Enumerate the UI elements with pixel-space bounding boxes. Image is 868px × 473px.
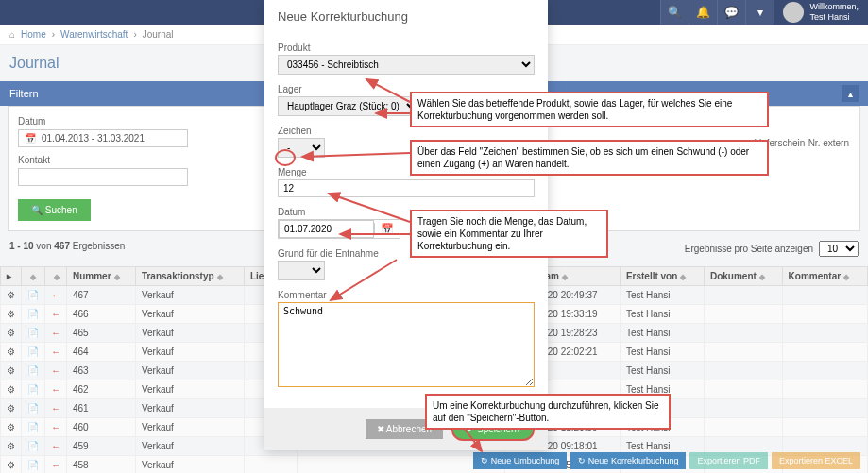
arrow-left-icon: ← [45, 305, 67, 324]
calendar-icon: 📅 [25, 133, 36, 144]
page-size-label: Ergebnisse pro Seite anzeigen [685, 244, 813, 254]
avatar [783, 2, 804, 23]
doc-icon[interactable]: 📄 [22, 362, 45, 380]
expand-icon[interactable]: ⚙ [1, 380, 22, 399]
breadcrumb-home[interactable]: Home [21, 29, 46, 40]
neue-umbuchung-button[interactable]: ↻ Neue Umbuchung [473, 452, 567, 469]
expand-icon[interactable]: ⚙ [1, 286, 22, 305]
page-size-select[interactable]: 10 [819, 241, 859, 257]
welcome-label: Willkommen, [809, 2, 859, 12]
lager-select[interactable]: Hauptlager Graz (Stück: 0) [278, 96, 419, 116]
col-dokument[interactable]: Dokument◆ [704, 267, 782, 286]
neue-korrektur-button[interactable]: ↻ Neue Korrekturbuchung [570, 452, 686, 469]
breadcrumb-l1[interactable]: Warenwirtschaft [60, 29, 128, 40]
arrow-left-icon: ← [45, 380, 67, 399]
user-menu[interactable]: Willkommen, Test Hansi [774, 2, 859, 23]
expand-icon[interactable]: ⚙ [1, 343, 22, 362]
menge-input[interactable] [278, 179, 535, 197]
export-xlsx-button[interactable]: Exportieren EXCEL [772, 452, 860, 469]
expand-icon[interactable]: ⚙ [1, 324, 22, 343]
arrow-left-icon: ← [45, 362, 67, 380]
export-pdf-button[interactable]: Exportieren PDF [689, 452, 768, 469]
doc-icon[interactable]: 📄 [22, 380, 45, 399]
date-range-input[interactable]: 📅 01.04.2013 - 31.03.2021 [18, 129, 188, 147]
produkt-label: Produkt [278, 42, 535, 53]
grund-select[interactable] [278, 261, 325, 280]
doc-icon[interactable]: 📄 [22, 456, 45, 474]
annotation-2: Über das Feld "Zeichen" bestimmen Sie, o… [410, 140, 769, 176]
arrow-left-icon: ← [45, 418, 67, 437]
expand-icon[interactable]: ⚙ [1, 399, 22, 418]
kontakt-label: Kontakt [18, 155, 188, 165]
datum-input[interactable]: 📅 [278, 219, 400, 239]
arrow-left-icon: ← [45, 343, 67, 362]
doc-icon[interactable]: 📄 [22, 418, 45, 437]
expand-icon[interactable]: ⚙ [1, 305, 22, 324]
expand-icon[interactable]: ⚙ [1, 437, 22, 456]
col-nummer[interactable]: Nummer◆ [67, 267, 136, 286]
doc-icon[interactable]: 📄 [22, 324, 45, 343]
annotation-3: Tragen Sie noch die Menge, das Datum, so… [410, 210, 608, 258]
chat-icon[interactable]: 💬 [717, 0, 745, 25]
doc-icon[interactable]: 📄 [22, 305, 45, 324]
expand-icon[interactable]: ⚙ [1, 456, 22, 474]
kommentar-textarea[interactable]: Schwund [278, 302, 535, 387]
arrow-left-icon: ← [45, 286, 67, 305]
doc-icon[interactable]: 📄 [22, 399, 45, 418]
kontakt-input[interactable] [18, 168, 188, 186]
expand-icon[interactable]: ⚙ [1, 418, 22, 437]
modal-title: Neue Korrekturbuchung [264, 0, 548, 33]
annotation-1: Wählen Sie das betreffende Produkt, sowi… [410, 92, 769, 127]
arrow-left-icon: ← [45, 324, 67, 343]
zeichen-select[interactable]: - [278, 138, 325, 158]
calendar-icon[interactable]: 📅 [374, 223, 400, 235]
action-bar: ↻ Neue Umbuchung ↻ Neue Korrekturbuchung… [473, 448, 860, 473]
search-icon[interactable]: 🔍 [660, 0, 689, 25]
collapse-icon[interactable]: ▴ [842, 85, 859, 102]
bell-icon[interactable]: 🔔 [689, 0, 717, 25]
doc-icon[interactable]: 📄 [22, 437, 45, 456]
col-erstellt-von[interactable]: Erstellt von◆ [620, 267, 704, 286]
user-name: Test Hansi [809, 12, 859, 23]
annotation-4: Um eine Korrekturbuchung durchzuführen, … [425, 394, 671, 430]
home-icon[interactable]: ⌂ [9, 29, 15, 40]
col-kommentar[interactable]: Kommentar◆ [782, 267, 867, 286]
breadcrumb-l2: Journal [143, 29, 174, 40]
arrow-left-icon: ← [45, 399, 67, 418]
dropdown-icon[interactable]: ▾ [745, 0, 774, 25]
kommentar-label: Kommentar [278, 290, 535, 300]
produkt-select[interactable]: 033456 - Schreibtisch [278, 55, 535, 75]
date-label: Datum [18, 116, 188, 127]
arrow-left-icon: ← [45, 437, 67, 456]
col-typ[interactable]: Transaktionstyp◆ [135, 267, 244, 286]
search-button[interactable]: 🔍 Suchen [18, 199, 91, 221]
doc-icon[interactable]: 📄 [22, 343, 45, 362]
filter-bar-label: Filtern [9, 88, 39, 99]
expand-icon[interactable]: ⚙ [1, 362, 22, 380]
arrow-left-icon: ← [45, 456, 67, 474]
doc-icon[interactable]: 📄 [22, 286, 45, 305]
